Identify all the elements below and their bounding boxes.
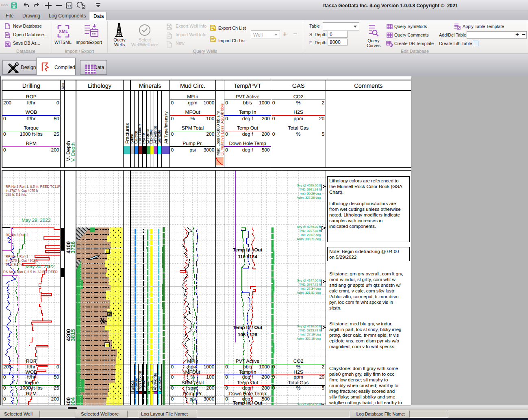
svg-text:%: %: [191, 116, 195, 121]
svg-text:20: 20: [319, 374, 325, 380]
svg-text:0: 0: [171, 396, 174, 402]
svg-text:In 3787 ft, Out 4075 ft: In 3787 ft, Out 4075 ft: [6, 189, 38, 193]
svg-text:50: 50: [54, 116, 59, 121]
svg-text:Ep: Ep: [106, 251, 109, 253]
svg-text:Down Hole Temp: Down Hole Temp: [229, 141, 266, 146]
svg-text:Incl: 30.26 deg: Incl: 30.26 deg: [300, 192, 321, 195]
svg-text:ppm: ppm: [293, 374, 303, 380]
svg-text:0: 0: [56, 364, 59, 370]
svg-text:Lithology: Lithology: [88, 83, 112, 89]
svg-text:0: 0: [3, 396, 6, 402]
svg-text:1000: 1000: [204, 364, 215, 370]
svg-text:0: 0: [272, 131, 275, 137]
svg-text:0: 0: [3, 116, 6, 121]
svg-text:0: 0: [225, 374, 228, 380]
svg-text:Azim: 331.81 deg: Azim: 331.81 deg: [297, 291, 321, 294]
svg-text:TVD: 3823.76 ft: TVD: 3823.76 ft: [299, 329, 321, 332]
svg-text:0: 0: [3, 131, 6, 137]
svg-text:CO2: CO2: [293, 94, 304, 100]
svg-text:deg f: deg f: [242, 374, 253, 380]
svg-text:0: 0: [272, 385, 275, 391]
svg-text:Fractures: Fractures: [124, 123, 130, 144]
svg-text:5: 5: [322, 385, 325, 391]
svg-text:Incl: 27.34 deg: Incl: 27.34 deg: [300, 287, 321, 290]
svg-text:ft/hr: ft/hr: [27, 116, 35, 121]
svg-text:RPM: RPM: [26, 141, 37, 146]
svg-text:Side: Side: [61, 83, 65, 89]
svg-text:Minerals: Minerals: [139, 83, 161, 89]
svg-text:0: 0: [171, 131, 174, 137]
svg-text:0: 0: [225, 385, 228, 391]
svg-text:0: 0: [171, 116, 174, 121]
svg-text:Comments: Comments: [354, 83, 382, 89]
svg-text:CO2: CO2: [293, 358, 304, 364]
svg-text:0: 0: [171, 364, 174, 370]
svg-text:1000 ft-lbs: 1000 ft-lbs: [20, 385, 43, 391]
svg-text:0: 0: [225, 396, 228, 402]
svg-text:deg f: deg f: [242, 385, 253, 391]
svg-text:0: 0: [272, 100, 275, 106]
svg-text:200: 200: [3, 100, 11, 106]
svg-text:2: 2: [322, 364, 325, 370]
svg-text:3000: 3000: [204, 396, 215, 402]
svg-text:Svy @ 4025.00 ft: Svy @ 4025.00 ft: [297, 184, 321, 187]
svg-text:3726: 3726: [70, 241, 76, 253]
svg-text:spm: spm: [188, 385, 198, 391]
svg-text:200: 200: [262, 131, 270, 137]
svg-text:0: 0: [3, 385, 6, 391]
svg-text:Torque: Torque: [24, 125, 39, 131]
svg-text:SPM Total: SPM Total: [182, 125, 204, 131]
svg-text:200: 200: [51, 147, 59, 153]
svg-text:%: %: [296, 131, 301, 137]
svg-text:gpm: gpm: [188, 100, 197, 106]
svg-text:200: 200: [262, 116, 270, 121]
svg-text:0: 0: [171, 147, 174, 153]
svg-text:Azim: 327.28 deg: Azim: 327.28 deg: [297, 196, 321, 199]
svg-text:0: 0: [225, 147, 228, 153]
svg-text:ft/hr: ft/hr: [27, 374, 35, 380]
svg-text:Incl: 29.67 deg: Incl: 29.67 deg: [300, 233, 321, 237]
svg-text:RR No.3 Run 2: RR No.3 Run 2: [6, 233, 28, 237]
svg-text:deg f: deg f: [242, 116, 253, 121]
svg-text:288 ft, 5.6 hrs.: 288 ft, 5.6 hrs.: [6, 193, 27, 197]
svg-text:Drilling: Drilling: [22, 83, 40, 89]
svg-text:Azim: 330.71 deg: Azim: 330.71 deg: [297, 237, 321, 241]
svg-text:3904: 3904: [70, 397, 76, 405]
svg-text:0: 0: [225, 364, 228, 370]
svg-text:0: 0: [272, 374, 275, 380]
svg-text:2: 2: [322, 100, 325, 106]
svg-text:500: 500: [262, 396, 270, 402]
svg-text:RR No.4 Run 1: RR No.4 Run 1: [6, 255, 28, 258]
svg-text:0: 0: [225, 100, 228, 106]
svg-text:TVD: 3661.56 ft: TVD: 3661.56 ft: [299, 188, 321, 191]
svg-text:200: 200: [262, 385, 270, 391]
svg-text:Ep: Ep: [106, 344, 109, 347]
svg-text:108 / 126: 108 / 126: [238, 333, 257, 338]
svg-text:0: 0: [56, 100, 59, 106]
svg-text:H2S: H2S: [293, 109, 303, 115]
svg-text:Pump Pr.: Pump Pr.: [183, 391, 202, 396]
svg-text:Temp In / Out: Temp In / Out: [233, 325, 263, 330]
svg-text:Azim: 332.18 deg: Azim: 332.18 deg: [297, 337, 321, 340]
svg-text:Cumulative Loss 0-200k bbls: Cumulative Loss 0-200k bbls: [220, 104, 225, 156]
svg-text:3815: 3815: [70, 329, 76, 341]
svg-text:Down Hole Temp: Down Hole Temp: [229, 391, 266, 396]
svg-text:%: %: [191, 374, 195, 380]
svg-text:0: 0: [171, 385, 174, 391]
svg-text:MFIn: MFIn: [187, 94, 198, 100]
svg-text:ROP: ROP: [26, 358, 37, 364]
svg-text:WOB: WOB: [25, 109, 37, 115]
svg-text:1:1: 1:1: [67, 5, 72, 8]
svg-text:deg f: deg f: [242, 131, 253, 137]
svg-text:500: 500: [262, 147, 270, 153]
svg-text:RR No.3 Run 1, 8.5 in. REED TC: RR No.3 Run 1, 8.5 in. REED TC11P: [6, 185, 61, 188]
svg-text:bbls: bbls: [243, 100, 252, 106]
svg-text:Incl: 27.16 deg: Incl: 27.16 deg: [300, 333, 321, 336]
svg-text:0: 0: [225, 131, 228, 137]
svg-text:Svy @ 4079.00 ft: Svy @ 4079.00 ft: [297, 225, 321, 229]
svg-text:RPM: RPM: [26, 391, 37, 396]
svg-text:Temp/PVT: Temp/PVT: [234, 83, 261, 89]
svg-text:GAS: GAS: [292, 83, 305, 89]
svg-text:25: 25: [54, 131, 59, 137]
svg-text:psi: psi: [189, 396, 196, 402]
